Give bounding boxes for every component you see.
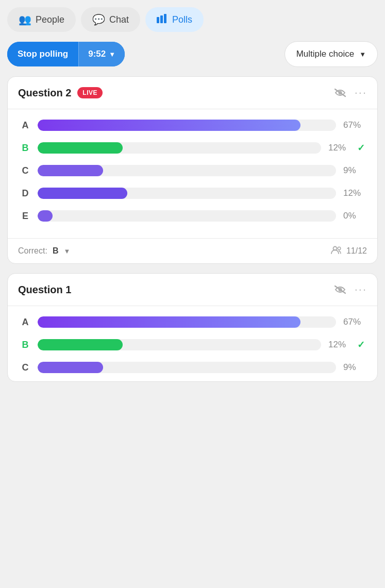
answer-pct-d: 12%	[343, 188, 365, 198]
tab-chat-label: Chat	[109, 14, 129, 25]
bar-container-c	[38, 362, 336, 373]
question-type-dropdown[interactable]: Multiple choice ▼	[284, 41, 378, 67]
bar-b	[38, 339, 123, 350]
answer-label-e: E	[20, 211, 30, 222]
respondents-count: 11/12	[346, 246, 367, 256]
correct-chevron-icon: ▼	[63, 247, 70, 255]
question-2-answers: A 67% B 12% ✓ C 9% D	[8, 109, 377, 238]
question-2-header: Question 2 LIVE ···	[8, 77, 377, 109]
answer-row: E 0%	[20, 210, 365, 222]
question-2-card: Question 2 LIVE ··· A 67%	[7, 76, 378, 264]
bar-e	[38, 210, 53, 222]
bar-container-b	[38, 142, 321, 154]
stop-polling-label: Stop polling	[7, 42, 78, 66]
answer-row: A 67%	[20, 120, 365, 131]
answer-label-d: D	[20, 188, 30, 199]
bar-container-c	[38, 165, 336, 176]
answer-pct-b: 12%	[328, 143, 350, 153]
correct-answer-value: B	[53, 246, 59, 256]
question-2-footer: Correct: B ▼ 11/12	[8, 238, 377, 263]
tab-polls[interactable]: Polls	[145, 7, 204, 32]
answer-row: C 9%	[20, 362, 365, 373]
question-type-label: Multiple choice	[296, 49, 354, 59]
tab-people[interactable]: 👥 People	[7, 7, 76, 32]
answer-row: C 9%	[20, 165, 365, 176]
bar-container-a	[38, 316, 336, 328]
respondents-section: 11/12	[331, 246, 367, 256]
answer-pct-e: 0%	[343, 211, 365, 221]
answer-row: A 67%	[20, 316, 365, 328]
respondents-people-icon	[331, 246, 342, 256]
hide-question-2-button[interactable]	[334, 88, 346, 97]
more-options-q1-icon: ···	[355, 283, 367, 296]
chat-icon: 💬	[92, 13, 105, 26]
tab-bar: 👥 People 💬 Chat Polls	[7, 7, 378, 32]
svg-rect-0	[157, 17, 159, 23]
answer-label-b: B	[20, 340, 30, 350]
correct-text: Correct:	[18, 246, 47, 256]
question-1-answers: A 67% B 12% ✓ C 9%	[8, 306, 377, 381]
question-2-title: Question 2	[18, 87, 71, 99]
polling-timer: 9:52 ▼	[78, 42, 125, 66]
more-options-icon: ···	[355, 86, 367, 99]
live-badge: LIVE	[77, 87, 103, 98]
question-1-card: Question 1 ··· A 67% B	[7, 273, 378, 382]
bar-b	[38, 142, 123, 154]
correct-check-icon-q1: ✓	[357, 339, 365, 350]
answer-label-a: A	[20, 120, 30, 131]
bar-container-b	[38, 339, 321, 350]
answer-pct-c: 9%	[343, 362, 365, 373]
stop-polling-button[interactable]: Stop polling 9:52 ▼	[7, 42, 125, 66]
timer-chevron-icon: ▼	[109, 51, 115, 58]
bar-container-d	[38, 188, 336, 199]
answer-row: B 12% ✓	[20, 142, 365, 154]
people-icon: 👥	[19, 13, 31, 26]
tab-chat[interactable]: 💬 Chat	[81, 7, 140, 32]
bar-a	[38, 120, 300, 131]
answer-label-c: C	[20, 362, 30, 373]
question-1-header: Question 1 ···	[8, 274, 377, 306]
tab-polls-label: Polls	[172, 14, 192, 25]
bar-a	[38, 316, 300, 328]
bar-container-a	[38, 120, 336, 131]
answer-pct-b: 12%	[328, 340, 350, 350]
hide-question-1-button[interactable]	[334, 285, 346, 294]
more-options-q1-button[interactable]: ···	[355, 283, 367, 296]
answer-label-a: A	[20, 317, 30, 328]
correct-answer-section[interactable]: Correct: B ▼	[18, 246, 70, 256]
more-options-q2-button[interactable]: ···	[355, 86, 367, 99]
answer-pct-c: 9%	[343, 165, 365, 176]
bar-d	[38, 188, 127, 199]
question-2-actions: ···	[334, 86, 367, 99]
question-1-title: Question 1	[18, 284, 71, 296]
polls-icon	[157, 14, 168, 26]
svg-rect-2	[164, 14, 166, 23]
dropdown-chevron-icon: ▼	[359, 51, 366, 58]
answer-pct-a: 67%	[343, 317, 365, 327]
answer-pct-a: 67%	[343, 120, 365, 130]
answer-label-c: C	[20, 165, 30, 176]
correct-check-icon: ✓	[357, 142, 365, 154]
bar-container-e	[38, 210, 336, 222]
bar-c	[38, 165, 103, 176]
svg-point-5	[338, 247, 341, 250]
question-1-actions: ···	[334, 283, 367, 296]
toolbar: Stop polling 9:52 ▼ Multiple choice ▼	[7, 41, 378, 67]
tab-people-label: People	[36, 14, 64, 25]
answer-row: B 12% ✓	[20, 339, 365, 350]
answer-row: D 12%	[20, 188, 365, 199]
timer-value: 9:52	[88, 49, 106, 59]
answer-label-b: B	[20, 143, 30, 154]
svg-rect-1	[160, 15, 163, 23]
bar-c	[38, 362, 103, 373]
